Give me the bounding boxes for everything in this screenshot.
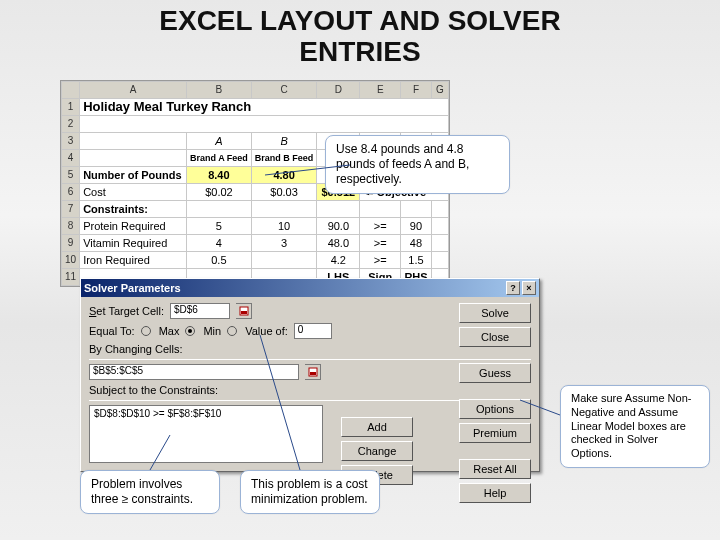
callout-feeds: Use 8.4 pounds and 4.8 pounds of feeds A… (325, 135, 510, 194)
callout-options: Make sure Assume Non-Negative and Assume… (560, 385, 710, 468)
premium-button[interactable]: Premium (459, 423, 531, 443)
title-line-2: ENTRIES (0, 37, 720, 68)
table-row: 9Vitamin Required4348.0>=48 (62, 235, 449, 252)
callout-constraints: Problem involves three ≥ constraints. (80, 470, 220, 514)
close-icon[interactable]: × (522, 281, 536, 295)
page-title: EXCEL LAYOUT AND SOLVER ENTRIES (0, 0, 720, 70)
table-row: 1Holiday Meal Turkey Ranch (62, 99, 449, 116)
col-hdr-G[interactable]: G (431, 82, 448, 99)
table-row: 2 (62, 116, 449, 133)
title-line-1: EXCEL LAYOUT AND SOLVER (0, 6, 720, 37)
col-hdr-blank[interactable] (62, 82, 80, 99)
constraints-list[interactable]: $D$8:$D$10 >= $F$8:$F$10 (89, 405, 323, 463)
col-hdr-D[interactable]: D (317, 82, 360, 99)
solve-button[interactable]: Solve (459, 303, 531, 323)
constraint-item[interactable]: $D$8:$D$10 >= $F$8:$F$10 (94, 408, 318, 419)
target-cell-label: Set Target Cell: (89, 305, 164, 317)
add-button[interactable]: Add (341, 417, 413, 437)
cell-A1[interactable]: Holiday Meal Turkey Ranch (80, 99, 449, 116)
help-icon[interactable]: ? (506, 281, 520, 295)
radio-max[interactable] (141, 326, 151, 336)
target-cell-input[interactable]: $D$6 (170, 303, 230, 319)
value-of-input[interactable]: 0 (294, 323, 332, 339)
svg-rect-3 (310, 372, 316, 375)
col-hdr-B[interactable]: B (186, 82, 251, 99)
guess-button[interactable]: Guess (459, 363, 531, 383)
table-row: 10Iron Required0.54.2>=1.5 (62, 252, 449, 269)
refedit-icon[interactable] (236, 303, 252, 319)
col-hdr-F[interactable]: F (401, 82, 432, 99)
radio-min[interactable] (185, 326, 195, 336)
solver-dialog: Solver Parameters ? × Set Target Cell: $… (80, 278, 540, 472)
change-button[interactable]: Change (341, 441, 413, 461)
col-hdr-A[interactable]: A (80, 82, 187, 99)
dialog-title: Solver Parameters (84, 282, 181, 294)
table-row: 7Constraints: (62, 201, 449, 218)
help-button[interactable]: Help (459, 483, 531, 503)
svg-rect-1 (241, 311, 247, 314)
callout-minimization: This problem is a cost minimization prob… (240, 470, 380, 514)
refedit-icon[interactable] (305, 364, 321, 380)
col-hdr-E[interactable]: E (360, 82, 401, 99)
radio-value-of[interactable] (227, 326, 237, 336)
close-button[interactable]: Close (459, 327, 531, 347)
options-button[interactable]: Options (459, 399, 531, 419)
col-hdr-C[interactable]: C (251, 82, 317, 99)
reset-all-button[interactable]: Reset All (459, 459, 531, 479)
equal-to-label: Equal To: (89, 325, 135, 337)
changing-cells-input[interactable]: $B$5:$C$5 (89, 364, 299, 380)
dialog-titlebar[interactable]: Solver Parameters ? × (81, 279, 539, 297)
table-row: 8Protein Required51090.0>=90 (62, 218, 449, 235)
